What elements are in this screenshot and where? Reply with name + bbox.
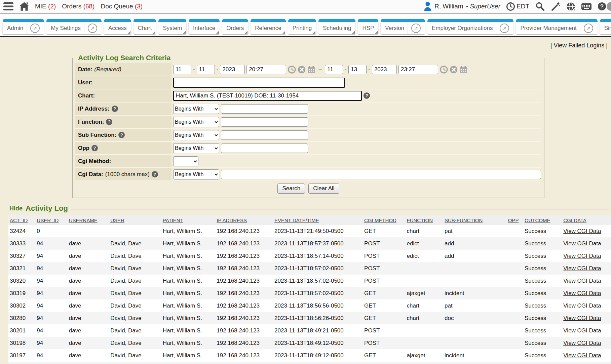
ip-help-icon[interactable]: ? <box>112 106 118 112</box>
cgi-method-select[interactable] <box>173 156 198 166</box>
sort-link[interactable]: SUB-FUNCTION <box>445 217 483 223</box>
popout-icon[interactable]: ↗ <box>411 24 421 33</box>
user-input[interactable] <box>173 78 345 88</box>
search-icon[interactable] <box>535 2 545 11</box>
function-help-icon[interactable]: ? <box>106 119 112 125</box>
cell-function <box>406 337 443 349</box>
cgi-data-help-icon[interactable]: ? <box>152 171 158 177</box>
date-label: Date:(Required) <box>75 63 171 76</box>
nav-doc-queue[interactable]: Doc Queue (3) <box>101 3 143 10</box>
keyboard-icon[interactable] <box>581 2 591 10</box>
view-cgi-data-link[interactable]: View CGI Data <box>563 315 601 321</box>
popout-icon[interactable]: ↗ <box>500 24 509 33</box>
tab-label: Employer Organizations <box>432 25 493 32</box>
time-picker-icon[interactable] <box>440 66 448 74</box>
tab-employer-organizations[interactable]: Employer Organizations↗ <box>427 19 513 34</box>
sort-link[interactable]: ACT_ID <box>10 217 28 223</box>
sub-function-match-select[interactable]: Begins With <box>173 130 219 140</box>
popout-icon[interactable]: ↗ <box>88 24 97 33</box>
sort-link[interactable]: OPP <box>508 217 519 223</box>
date-from-year-input[interactable] <box>220 65 245 74</box>
date-from-time-input[interactable] <box>246 65 286 74</box>
search-button[interactable]: Search <box>277 184 305 194</box>
tab-hsp[interactable]: HSP <box>358 19 378 34</box>
view-cgi-data-link[interactable]: View CGI Data <box>563 340 601 346</box>
sort-link[interactable]: FUNCTION <box>407 217 433 223</box>
sort-link[interactable]: OUTCOME <box>525 217 550 223</box>
chart-input[interactable] <box>173 91 362 101</box>
nav-mie[interactable]: MIE (2) <box>35 3 56 10</box>
hide-activity-log-link[interactable]: Hide <box>9 205 23 212</box>
date-to-year-input[interactable] <box>372 65 397 74</box>
chart-help-icon[interactable]: ? <box>364 92 370 99</box>
sort-link[interactable]: USER_ID <box>37 217 59 223</box>
view-cgi-data-link[interactable]: View CGI Data <box>563 253 601 259</box>
globe-icon[interactable] <box>566 2 575 11</box>
user-menu[interactable]: R, William - SuperUser <box>424 2 500 11</box>
tab-interface[interactable]: Interface <box>189 19 220 34</box>
tab-printing[interactable]: Printing <box>288 19 316 34</box>
opp-match-select[interactable]: Begins With <box>173 143 219 153</box>
tab-system[interactable]: System <box>158 19 186 34</box>
tab-orders[interactable]: Orders <box>222 19 248 34</box>
opp-input[interactable] <box>221 144 308 153</box>
help-icon[interactable]: ? <box>598 2 606 11</box>
sub-function-help-icon[interactable]: ? <box>118 132 125 138</box>
tab-chart[interactable]: Chart <box>133 19 156 34</box>
cgi-data-match-select[interactable]: Begins With <box>173 169 219 179</box>
cell-cgi-method: POST <box>363 362 405 364</box>
view-cgi-data-link[interactable]: View CGI Data <box>563 278 601 284</box>
tab-admin[interactable]: Admin↗ <box>3 19 44 34</box>
opp-help-icon[interactable]: ? <box>91 145 98 151</box>
calendar-icon[interactable] <box>307 66 315 74</box>
tab-similar-exposure[interactable]: Similar Exposure <box>600 19 611 34</box>
date-from-month-input[interactable] <box>173 65 191 74</box>
menu-corner-icon <box>352 31 355 34</box>
clear-date-icon[interactable] <box>298 66 306 74</box>
sort-link[interactable]: CGI DATA <box>563 217 586 223</box>
view-cgi-data-link[interactable]: View CGI Data <box>563 290 601 296</box>
clear-all-button[interactable]: Clear All <box>308 184 339 194</box>
home-icon[interactable] <box>20 2 29 11</box>
view-cgi-data-link[interactable]: View CGI Data <box>563 240 601 247</box>
ip-input[interactable] <box>221 104 308 114</box>
view-failed-logins-link[interactable]: View Failed Logins <box>554 42 605 49</box>
function-input[interactable] <box>221 117 308 127</box>
date-to-day-input[interactable] <box>348 65 367 74</box>
nav-orders[interactable]: Orders (68) <box>62 3 94 10</box>
popout-icon[interactable]: ↗ <box>584 24 593 33</box>
cell-sub-function: incident <box>443 349 507 362</box>
view-cgi-data-link[interactable]: View CGI Data <box>563 327 601 334</box>
date-from-day-input[interactable] <box>197 65 215 74</box>
calendar-icon[interactable] <box>459 66 467 74</box>
time-picker-icon[interactable] <box>288 66 296 74</box>
tab-provider-management[interactable]: Provider Management↗ <box>516 19 597 34</box>
cgi-data-input[interactable] <box>221 170 541 179</box>
sort-link[interactable]: IP ADDRESS <box>217 217 247 223</box>
tab-my-settings[interactable]: My Settings↗ <box>46 19 102 34</box>
view-cgi-data-link[interactable]: View CGI Data <box>563 352 601 359</box>
clear-date-icon[interactable] <box>450 66 458 74</box>
sort-link[interactable]: CGI METHOD <box>364 217 396 223</box>
cell-cgi-data: View CGI Data <box>562 349 611 362</box>
view-cgi-data-link[interactable]: View CGI Data <box>563 228 601 234</box>
sort-link[interactable]: USERNAME <box>69 217 98 223</box>
hamburger-menu-icon[interactable] <box>3 2 13 11</box>
view-cgi-data-link[interactable]: View CGI Data <box>563 302 601 309</box>
tab-scheduling[interactable]: Scheduling <box>318 19 355 34</box>
tab-version[interactable]: Version↗ <box>381 19 425 34</box>
view-cgi-data-link[interactable]: View CGI Data <box>563 265 601 272</box>
wand-icon[interactable] <box>551 2 560 11</box>
tab-reference[interactable]: Reference <box>251 19 285 34</box>
tab-access[interactable]: Access <box>104 19 131 34</box>
popout-icon[interactable]: ↗ <box>30 24 40 33</box>
sort-link[interactable]: USER <box>110 217 124 223</box>
sort-link[interactable]: PATIENT <box>163 217 183 223</box>
sub-function-input[interactable] <box>221 130 308 140</box>
ip-match-select[interactable]: Begins With <box>173 104 219 114</box>
cell-act-id: 30198 <box>8 337 35 349</box>
date-to-month-input[interactable] <box>325 65 343 74</box>
sort-link[interactable]: EVENT DATE/TIME <box>274 217 319 223</box>
date-to-time-input[interactable] <box>398 65 438 74</box>
function-match-select[interactable]: Begins With <box>173 117 219 127</box>
